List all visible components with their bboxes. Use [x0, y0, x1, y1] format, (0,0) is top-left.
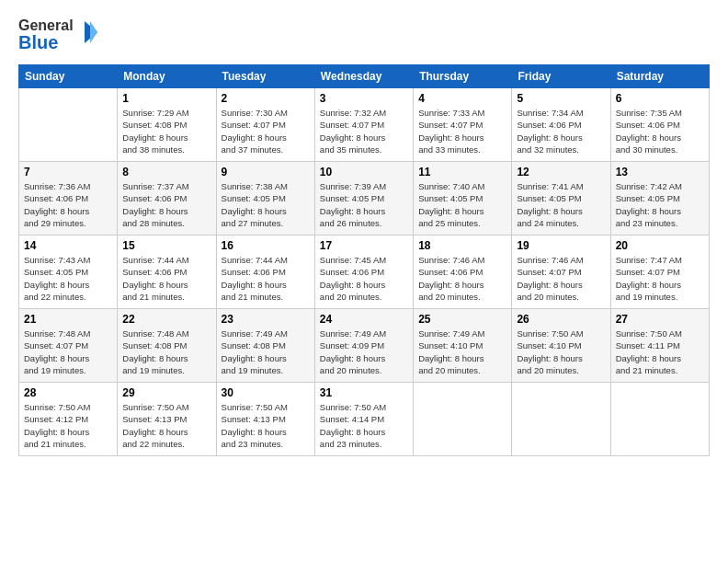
calendar-cell: 26Sunrise: 7:50 AM Sunset: 4:10 PM Dayli…: [512, 309, 610, 383]
calendar-cell: 31Sunrise: 7:50 AM Sunset: 4:14 PM Dayli…: [314, 383, 413, 456]
day-info: Sunrise: 7:44 AM Sunset: 4:06 PM Dayligh…: [222, 254, 310, 303]
calendar-cell: 23Sunrise: 7:49 AM Sunset: 4:08 PM Dayli…: [216, 309, 314, 383]
calendar-cell: 20Sunrise: 7:47 AM Sunset: 4:07 PM Dayli…: [610, 236, 709, 309]
day-number: 14: [24, 239, 112, 252]
calendar-cell: 4Sunrise: 7:33 AM Sunset: 4:07 PM Daylig…: [414, 88, 512, 162]
day-number: 5: [517, 92, 605, 105]
day-number: 21: [24, 313, 112, 326]
day-number: 13: [616, 166, 704, 178]
day-info: Sunrise: 7:42 AM Sunset: 4:05 PM Dayligh…: [616, 180, 704, 229]
day-number: 3: [320, 92, 408, 105]
calendar-cell: 5Sunrise: 7:34 AM Sunset: 4:06 PM Daylig…: [512, 88, 610, 162]
day-info: Sunrise: 7:44 AM Sunset: 4:06 PM Dayligh…: [122, 254, 210, 303]
day-number: 4: [418, 92, 506, 105]
svg-text:General: General: [18, 17, 74, 33]
calendar-cell: 17Sunrise: 7:45 AM Sunset: 4:06 PM Dayli…: [314, 236, 413, 309]
calendar-cell: 24Sunrise: 7:49 AM Sunset: 4:09 PM Dayli…: [314, 309, 413, 383]
day-info: Sunrise: 7:46 AM Sunset: 4:07 PM Dayligh…: [517, 254, 605, 303]
day-info: Sunrise: 7:36 AM Sunset: 4:06 PM Dayligh…: [24, 180, 112, 229]
calendar-cell: 11Sunrise: 7:40 AM Sunset: 4:05 PM Dayli…: [414, 162, 512, 236]
calendar-cell: 10Sunrise: 7:39 AM Sunset: 4:05 PM Dayli…: [314, 162, 413, 236]
day-number: 25: [418, 313, 506, 326]
weekday-header-thursday: Thursday: [414, 65, 512, 88]
calendar-cell: 7Sunrise: 7:36 AM Sunset: 4:06 PM Daylig…: [19, 162, 118, 236]
day-number: 20: [616, 239, 704, 252]
calendar-cell: 28Sunrise: 7:50 AM Sunset: 4:12 PM Dayli…: [19, 383, 118, 456]
day-number: 31: [320, 386, 408, 399]
day-info: Sunrise: 7:32 AM Sunset: 4:07 PM Dayligh…: [320, 107, 408, 155]
day-info: Sunrise: 7:45 AM Sunset: 4:06 PM Dayligh…: [320, 254, 408, 303]
day-number: 8: [122, 166, 210, 178]
day-number: 12: [517, 166, 605, 178]
calendar-cell: 27Sunrise: 7:50 AM Sunset: 4:11 PM Dayli…: [610, 309, 709, 383]
calendar-cell: 15Sunrise: 7:44 AM Sunset: 4:06 PM Dayli…: [118, 236, 216, 309]
day-info: Sunrise: 7:49 AM Sunset: 4:08 PM Dayligh…: [222, 327, 310, 376]
day-info: Sunrise: 7:35 AM Sunset: 4:06 PM Dayligh…: [616, 107, 704, 155]
weekday-header-sunday: Sunday: [19, 65, 118, 88]
logo: GeneralBlue: [18, 14, 101, 55]
day-number: 9: [222, 166, 310, 178]
calendar-cell: 18Sunrise: 7:46 AM Sunset: 4:06 PM Dayli…: [414, 236, 512, 309]
day-number: 6: [616, 92, 704, 105]
weekday-header-friday: Friday: [512, 65, 610, 88]
day-info: Sunrise: 7:50 AM Sunset: 4:12 PM Dayligh…: [24, 401, 112, 450]
calendar-cell: 3Sunrise: 7:32 AM Sunset: 4:07 PM Daylig…: [314, 88, 413, 162]
day-info: Sunrise: 7:43 AM Sunset: 4:05 PM Dayligh…: [24, 254, 112, 303]
day-info: Sunrise: 7:38 AM Sunset: 4:05 PM Dayligh…: [222, 180, 310, 229]
calendar-cell: 29Sunrise: 7:50 AM Sunset: 4:13 PM Dayli…: [118, 383, 216, 456]
day-number: 1: [122, 92, 210, 105]
day-number: 16: [222, 239, 310, 252]
day-number: 27: [616, 313, 704, 326]
day-info: Sunrise: 7:50 AM Sunset: 4:13 PM Dayligh…: [222, 401, 310, 450]
calendar-cell: [19, 88, 118, 162]
day-number: 18: [418, 239, 506, 252]
calendar-cell: 9Sunrise: 7:38 AM Sunset: 4:05 PM Daylig…: [216, 162, 314, 236]
calendar-cell: 12Sunrise: 7:41 AM Sunset: 4:05 PM Dayli…: [512, 162, 610, 236]
calendar-cell: 25Sunrise: 7:49 AM Sunset: 4:10 PM Dayli…: [414, 309, 512, 383]
weekday-header-saturday: Saturday: [610, 65, 709, 88]
day-info: Sunrise: 7:34 AM Sunset: 4:06 PM Dayligh…: [517, 107, 605, 155]
page: GeneralBlue SundayMondayTuesdayWednesday…: [0, 0, 728, 563]
day-info: Sunrise: 7:40 AM Sunset: 4:05 PM Dayligh…: [418, 180, 506, 229]
calendar-cell: 8Sunrise: 7:37 AM Sunset: 4:06 PM Daylig…: [118, 162, 216, 236]
calendar-cell: 16Sunrise: 7:44 AM Sunset: 4:06 PM Dayli…: [216, 236, 314, 309]
week-row-1: 7Sunrise: 7:36 AM Sunset: 4:06 PM Daylig…: [19, 162, 710, 236]
day-number: 23: [222, 313, 310, 326]
day-info: Sunrise: 7:50 AM Sunset: 4:14 PM Dayligh…: [320, 401, 408, 450]
day-info: Sunrise: 7:37 AM Sunset: 4:06 PM Dayligh…: [122, 180, 210, 229]
day-number: 10: [320, 166, 408, 178]
calendar-cell: 6Sunrise: 7:35 AM Sunset: 4:06 PM Daylig…: [610, 88, 709, 162]
weekday-header-wednesday: Wednesday: [314, 65, 413, 88]
day-number: 15: [122, 239, 210, 252]
calendar-cell: 13Sunrise: 7:42 AM Sunset: 4:05 PM Dayli…: [610, 162, 709, 236]
day-number: 22: [122, 313, 210, 326]
day-info: Sunrise: 7:39 AM Sunset: 4:05 PM Dayligh…: [320, 180, 408, 229]
calendar-cell: [512, 383, 610, 456]
calendar-cell: 19Sunrise: 7:46 AM Sunset: 4:07 PM Dayli…: [512, 236, 610, 309]
day-number: 2: [222, 92, 310, 105]
day-info: Sunrise: 7:50 AM Sunset: 4:13 PM Dayligh…: [122, 401, 210, 450]
week-row-2: 14Sunrise: 7:43 AM Sunset: 4:05 PM Dayli…: [19, 236, 710, 309]
day-number: 29: [122, 386, 210, 399]
svg-marker-3: [90, 21, 97, 43]
day-number: 11: [418, 166, 506, 178]
day-info: Sunrise: 7:47 AM Sunset: 4:07 PM Dayligh…: [616, 254, 704, 303]
day-info: Sunrise: 7:49 AM Sunset: 4:10 PM Dayligh…: [418, 327, 506, 376]
day-info: Sunrise: 7:50 AM Sunset: 4:10 PM Dayligh…: [517, 327, 605, 376]
day-info: Sunrise: 7:50 AM Sunset: 4:11 PM Dayligh…: [616, 327, 704, 376]
calendar-cell: 21Sunrise: 7:48 AM Sunset: 4:07 PM Dayli…: [19, 309, 118, 383]
calendar-table: SundayMondayTuesdayWednesdayThursdayFrid…: [18, 64, 710, 456]
day-info: Sunrise: 7:41 AM Sunset: 4:05 PM Dayligh…: [517, 180, 605, 229]
calendar-cell: [414, 383, 512, 456]
weekday-header-tuesday: Tuesday: [216, 65, 314, 88]
weekday-header-row: SundayMondayTuesdayWednesdayThursdayFrid…: [19, 65, 710, 88]
logo-icon: GeneralBlue: [18, 14, 101, 55]
day-info: Sunrise: 7:30 AM Sunset: 4:07 PM Dayligh…: [222, 107, 310, 155]
day-info: Sunrise: 7:29 AM Sunset: 4:08 PM Dayligh…: [122, 107, 210, 155]
calendar-cell: 14Sunrise: 7:43 AM Sunset: 4:05 PM Dayli…: [19, 236, 118, 309]
header: GeneralBlue: [18, 14, 710, 55]
calendar-cell: 22Sunrise: 7:48 AM Sunset: 4:08 PM Dayli…: [118, 309, 216, 383]
svg-text:Blue: Blue: [18, 32, 58, 52]
day-number: 19: [517, 239, 605, 252]
day-info: Sunrise: 7:49 AM Sunset: 4:09 PM Dayligh…: [320, 327, 408, 376]
